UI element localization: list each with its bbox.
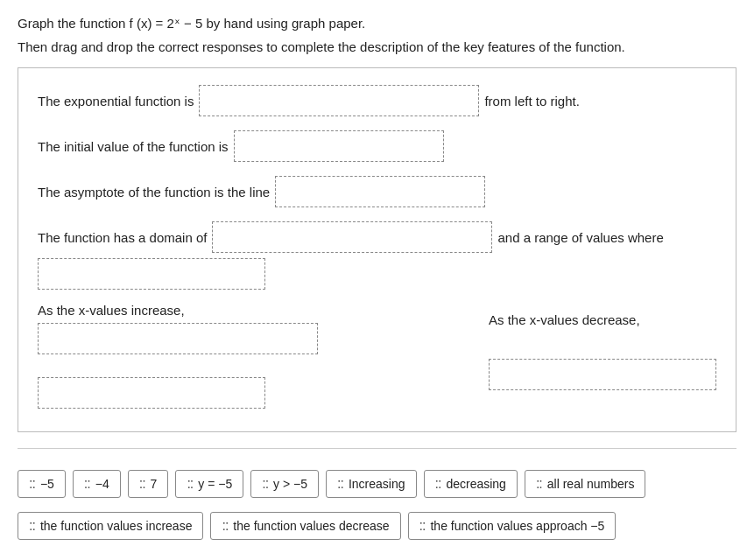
chip-fn-decrease[interactable]: :: the function values decrease [210,512,400,540]
chip-increasing[interactable]: :: Increasing [326,470,416,498]
domain-suffix: and a range of values where [497,230,663,245]
chip-ygt-label: y > −5 [273,477,307,491]
chip-7-label: 7 [151,477,158,491]
exponential-dropzone[interactable] [199,85,479,116]
chip-all-real-dots: :: [536,476,542,492]
chip-neg4-dots: :: [84,476,90,492]
chip-ygt-5[interactable]: :: y > −5 [250,470,319,498]
chip-all-real[interactable]: :: all real numbers [525,470,646,498]
x-decrease-label: As the x-values decrease, [489,312,640,327]
x-values-block: As the x-values increase, As the x-value… [38,303,716,409]
domain-label: The function has a domain of [38,230,207,245]
instruction-line2: Then drag and drop the correct responses… [18,38,736,58]
asymptote-row: The asymptote of the function is the lin… [38,175,716,208]
range-row [38,257,716,290]
x-increase-result-dropzone[interactable] [38,377,265,409]
x-increase-row: As the x-values increase, [38,303,462,354]
chip-fn-increase[interactable]: :: the function values increase [18,512,203,540]
chips-area: :: −5 :: −4 :: 7 :: y = −5 :: y > −5 :: … [18,461,736,498]
initial-value-row: The initial value of the function is [38,130,716,163]
exponential-label: The exponential function is [38,94,194,108]
instruction-line1: Graph the function f (x) = 2ˣ − 5 by han… [18,14,736,34]
chip-fn-approach[interactable]: :: the function values approach −5 [408,512,617,540]
chip-fn-increase-dots: :: [29,518,35,534]
exponential-suffix: from left to right. [484,94,579,108]
chip-neg4-label: −4 [95,477,109,491]
instructions: Graph the function f (x) = 2ˣ − 5 by han… [18,14,736,57]
chip-7[interactable]: :: 7 [128,470,169,498]
chip-all-real-label: all real numbers [547,477,635,491]
chip-decreasing-label: decreasing [446,477,506,491]
asymptote-label: The asymptote of the function is the lin… [38,185,270,200]
domain-row: The function has a domain of and a range… [38,220,716,254]
chip-ygt-dots: :: [262,476,268,492]
asymptote-dropzone[interactable] [275,176,485,207]
main-area: The exponential function is from left to… [18,67,736,432]
chip-decreasing-dots: :: [435,476,441,492]
domain-range-block: The function has a domain of and a range… [38,220,716,290]
chip-fn-decrease-label: the function values decrease [233,519,389,533]
domain-dropzone[interactable] [212,221,492,253]
chip-yeq-label: y = −5 [198,477,232,491]
x-decrease-result-dropzone[interactable] [489,359,716,390]
chip-neg5-label: −5 [40,477,54,491]
initial-value-label: The initial value of the function is [38,139,229,154]
x-increase-col: As the x-values increase, [38,303,462,409]
chip-fn-approach-label: the function values approach −5 [430,519,604,533]
chip-increasing-label: Increasing [349,477,405,491]
chip-yeq-dots: :: [187,476,193,492]
chip-neg4[interactable]: :: −4 [73,470,121,498]
chip-yeq-5[interactable]: :: y = −5 [175,470,243,498]
chip-neg5-dots: :: [29,476,35,492]
chip-7-dots: :: [139,476,145,492]
x-decrease-row: As the x-values decrease, [489,303,716,336]
range-dropzone[interactable] [38,258,265,290]
chip-fn-decrease-dots: :: [222,518,228,534]
x-increase-dropzone[interactable] [38,323,318,354]
chips-area-2: :: the function values increase :: the f… [18,503,736,540]
divider [18,448,736,449]
x-decrease-col: As the x-values decrease, [489,303,716,390]
x-increase-label: As the x-values increase, [38,303,185,318]
chip-fn-increase-label: the function values increase [40,519,193,533]
initial-value-dropzone[interactable] [234,130,444,162]
chip-decreasing[interactable]: :: decreasing [424,470,518,498]
chip-neg5[interactable]: :: −5 [18,470,66,498]
exponential-row: The exponential function is from left to… [38,84,716,117]
chip-fn-approach-dots: :: [419,518,426,534]
chip-increasing-dots: :: [337,476,343,492]
